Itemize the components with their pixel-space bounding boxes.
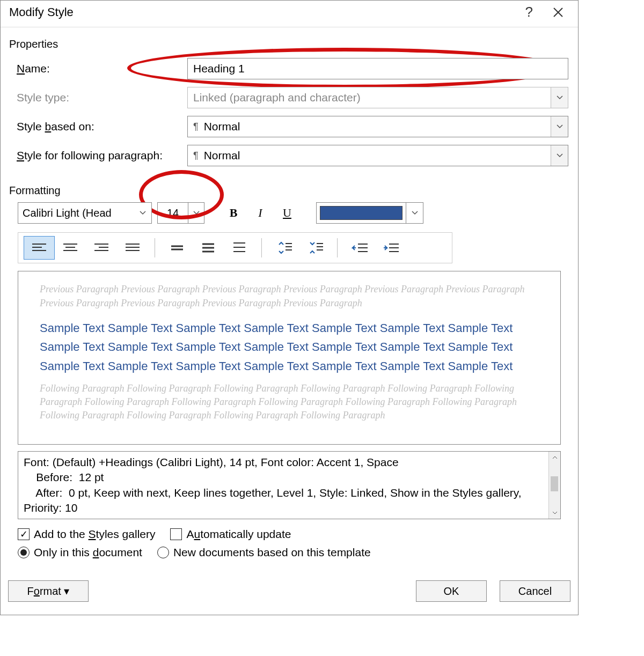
- style-type-label: Style type:: [10, 91, 187, 104]
- font-color-combo[interactable]: [316, 202, 423, 224]
- space-before-decrease-button[interactable]: [299, 236, 331, 260]
- style-based-on-row: Style based on: ¶ Normal: [10, 116, 568, 137]
- italic-button[interactable]: I: [250, 202, 271, 224]
- name-value: Heading 1: [193, 62, 245, 75]
- description-line: Font: (Default) +Headings (Calibri Light…: [24, 455, 544, 470]
- pilcrow-icon: ¶: [193, 150, 199, 161]
- formatting-toolbar-row1: Calibri Light (Head 14 B I U: [10, 202, 568, 224]
- chevron-down-icon[interactable]: [188, 203, 204, 223]
- new-documents-template-label: New documents based on this template: [173, 546, 371, 559]
- preview-following-paragraph: Following Paragraph Following Paragraph …: [40, 382, 539, 423]
- following-paragraph-combo[interactable]: ¶ Normal: [187, 145, 568, 166]
- toolbar-separator: [261, 238, 262, 257]
- line-spacing-1-button[interactable]: [162, 236, 193, 260]
- align-center-button[interactable]: [55, 236, 86, 260]
- style-description: Font: (Default) +Headings (Calibri Light…: [18, 451, 561, 519]
- chevron-down-icon[interactable]: [134, 203, 151, 223]
- chevron-down-icon: [551, 87, 568, 108]
- toolbar-separator: [337, 238, 338, 257]
- description-line: Before: 12 pt: [24, 470, 544, 485]
- formatting-toolbar-row2: [18, 232, 452, 263]
- formatting-section-label: Formatting: [9, 185, 568, 197]
- checkbox-row: ✓ Add to the Styles gallery Automaticall…: [18, 528, 561, 541]
- scroll-up-icon[interactable]: [549, 452, 560, 463]
- decrease-indent-button[interactable]: [344, 236, 375, 260]
- chevron-down-icon[interactable]: [551, 116, 568, 137]
- following-paragraph-label: Style for following paragraph:: [10, 149, 187, 162]
- style-based-on-combo[interactable]: ¶ Normal: [187, 116, 568, 137]
- help-button[interactable]: ?: [516, 4, 543, 20]
- pilcrow-icon: ¶: [193, 121, 199, 132]
- scroll-thumb[interactable]: [551, 476, 558, 491]
- chevron-down-icon[interactable]: [551, 145, 568, 166]
- style-preview: Previous Paragraph Previous Paragraph Pr…: [18, 271, 561, 445]
- color-swatch: [320, 206, 402, 220]
- underline-button[interactable]: U: [276, 202, 298, 224]
- preview-previous-paragraph: Previous Paragraph Previous Paragraph Pr…: [40, 282, 539, 310]
- style-based-on-value: Normal: [204, 120, 240, 133]
- font-size-value: 14: [158, 203, 188, 223]
- toolbar-separator: [155, 238, 155, 257]
- style-based-on-label: Style based on:: [10, 120, 187, 133]
- style-type-row: Style type: Linked (paragraph and charac…: [10, 87, 568, 108]
- space-before-increase-button[interactable]: [268, 236, 299, 260]
- align-right-button[interactable]: [86, 236, 117, 260]
- format-dropdown-button[interactable]: Format ▾: [8, 580, 89, 602]
- modify-style-dialog: Modify Style ? Properties Name: Heading …: [0, 0, 579, 615]
- name-field[interactable]: Heading 1: [187, 58, 568, 79]
- auto-update-label: Automatically update: [186, 528, 291, 541]
- line-spacing-2-button[interactable]: [224, 236, 255, 260]
- only-this-document-radio[interactable]: Only in this document: [18, 546, 142, 559]
- scroll-down-icon[interactable]: [549, 507, 560, 519]
- increase-indent-button[interactable]: [375, 236, 406, 260]
- name-row: Name: Heading 1: [10, 58, 568, 79]
- properties-section-label: Properties: [9, 38, 568, 50]
- auto-update-checkbox[interactable]: Automatically update: [170, 528, 291, 541]
- align-left-button[interactable]: [24, 236, 55, 260]
- following-paragraph-value: Normal: [204, 149, 240, 162]
- bold-button[interactable]: B: [223, 202, 244, 224]
- align-justify-button[interactable]: [117, 236, 148, 260]
- add-to-gallery-checkbox[interactable]: ✓ Add to the Styles gallery: [18, 528, 155, 541]
- add-to-gallery-label: Add to the Styles gallery: [34, 528, 155, 541]
- new-documents-template-radio[interactable]: New documents based on this template: [157, 546, 371, 559]
- ok-button[interactable]: OK: [416, 580, 487, 602]
- following-paragraph-row: Style for following paragraph: ¶ Normal: [10, 145, 568, 166]
- line-spacing-15-button[interactable]: [193, 236, 224, 260]
- chevron-down-icon[interactable]: [406, 203, 423, 223]
- description-scrollbar[interactable]: [548, 452, 560, 519]
- name-label: Name:: [10, 62, 187, 75]
- font-name-combo[interactable]: Calibri Light (Head: [18, 202, 152, 224]
- style-type-value: Linked (paragraph and character): [193, 91, 361, 104]
- preview-sample-text: Sample Text Sample Text Sample Text Samp…: [40, 319, 539, 375]
- dialog-footer: Format ▾ OK Cancel: [1, 580, 578, 615]
- font-size-combo[interactable]: 14: [157, 202, 204, 224]
- cancel-button[interactable]: Cancel: [500, 580, 570, 602]
- radio-row: Only in this document New documents base…: [18, 546, 561, 559]
- description-line: After: 0 pt, Keep with next, Keep lines …: [24, 485, 544, 516]
- font-name-value: Calibri Light (Head: [23, 207, 112, 219]
- only-this-document-label: Only in this document: [34, 546, 142, 559]
- dialog-title: Modify Style: [9, 5, 516, 19]
- titlebar: Modify Style ?: [1, 1, 578, 27]
- close-button[interactable]: [543, 6, 574, 18]
- style-type-combo: Linked (paragraph and character): [187, 87, 568, 108]
